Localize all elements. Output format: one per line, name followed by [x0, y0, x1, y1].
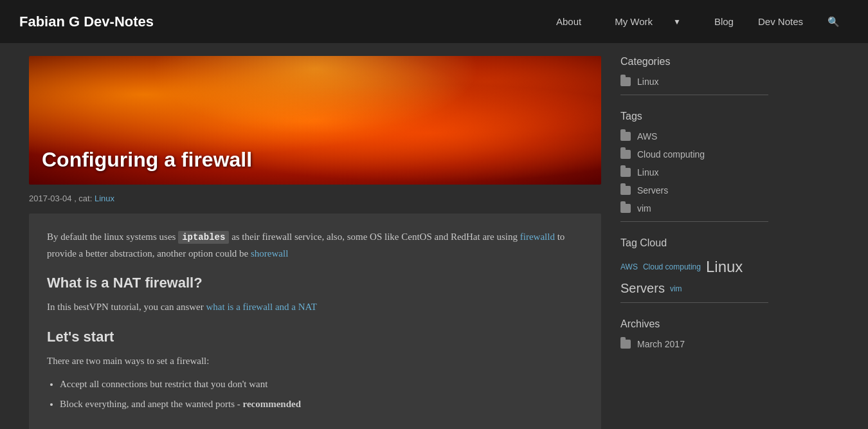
tag-linux-label: Linux	[637, 167, 658, 178]
sidebar-item-linux-tag[interactable]: Linux	[620, 167, 768, 178]
list-item-2: Block everything, and anept the wanted p…	[60, 396, 583, 413]
folder-icon-archive	[620, 340, 631, 349]
start-heading: Let's start	[47, 329, 583, 345]
tagcloud-title: Tag Cloud	[620, 237, 768, 249]
nat-text: In this bestVPN tutorial, you can answer	[47, 302, 206, 312]
recommended-text: recommended	[243, 399, 302, 409]
post-date: 2017-03-04	[29, 194, 72, 203]
archive-march-label: March 2017	[637, 339, 685, 349]
folder-icon-vim	[620, 204, 631, 213]
firewall-list: Accept all connections but restrict that…	[47, 376, 583, 413]
post-body: By default the linux systems uses iptabl…	[29, 214, 601, 429]
nav-mywork-label[interactable]: My Work	[606, 11, 662, 32]
tagcloud-cloud[interactable]: Cloud computing	[643, 262, 701, 271]
folder-icon-cloud	[620, 150, 631, 159]
list-item-1: Accept all connections but restrict that…	[60, 376, 583, 393]
sidebar-categories: Categories Linux	[620, 56, 768, 95]
nav-about[interactable]: About	[547, 11, 590, 32]
folder-icon-servers	[620, 186, 631, 195]
list-item-2-text: Block everything, and anept the wanted p…	[60, 399, 301, 409]
post-category-link[interactable]: Linux	[95, 194, 114, 203]
site-brand[interactable]: Fabian G Dev-Notes	[19, 14, 154, 30]
intro-text-2: as their firewall service, also, some OS…	[229, 232, 520, 242]
post-meta: 2017-03-04 , cat: Linux	[29, 185, 601, 214]
page-container: Configuring a firewall 2017-03-04 , cat:…	[16, 43, 852, 429]
sidebar-item-linux-cat[interactable]: Linux	[620, 77, 768, 87]
start-text: There are two main ways to set a firewal…	[47, 353, 583, 370]
tag-cloud-container: AWS Cloud computing Linux Servers vim	[620, 258, 768, 296]
tags-title: Tags	[620, 111, 768, 122]
nat-heading: What is a NAT firewall?	[47, 275, 583, 291]
intro-text-1: By default the linux systems uses	[47, 232, 178, 242]
tag-cloud-label: Cloud computing	[637, 149, 705, 160]
folder-icon-aws	[620, 132, 631, 141]
search-icon[interactable]: 🔍	[818, 11, 849, 33]
categories-title: Categories	[620, 56, 768, 68]
iptables-code: iptables	[178, 231, 229, 244]
hero-image: Configuring a firewall	[29, 56, 601, 185]
tagcloud-linux[interactable]: Linux	[706, 258, 743, 276]
chevron-down-icon[interactable]: ▼	[664, 12, 690, 32]
cat-linux-label: Linux	[637, 77, 658, 87]
navbar: Fabian G Dev-Notes About My Work ▼ Blog …	[0, 0, 868, 43]
archives-title: Archives	[620, 318, 768, 330]
divider-3	[620, 302, 768, 303]
hero-title: Configuring a firewall	[42, 148, 252, 172]
sidebar-tagcloud: Tag Cloud AWS Cloud computing Linux Serv…	[620, 237, 768, 303]
main-content: Configuring a firewall 2017-03-04 , cat:…	[29, 56, 601, 429]
tagcloud-aws[interactable]: AWS	[620, 262, 638, 271]
tag-servers-label: Servers	[637, 185, 668, 196]
sidebar-tags: Tags AWS Cloud computing Linux Servers v…	[620, 111, 768, 222]
firewalld-link[interactable]: firewalld	[520, 232, 555, 242]
intro-paragraph: By default the linux systems uses iptabl…	[47, 229, 583, 262]
nat-link[interactable]: what is a firewall and a NAT	[206, 302, 316, 312]
nav-links: About My Work ▼ Blog Dev Notes 🔍	[547, 6, 849, 37]
sidebar: Categories Linux Tags AWS Cloud computin…	[620, 56, 768, 429]
nav-mywork-dropdown[interactable]: My Work ▼	[597, 6, 699, 37]
sidebar-item-vim[interactable]: vim	[620, 203, 768, 214]
nat-paragraph: In this bestVPN tutorial, you can answer…	[47, 299, 583, 316]
tag-vim-label: vim	[637, 203, 651, 214]
shorewall-link[interactable]: shorewall	[251, 248, 288, 259]
folder-icon-linux	[620, 168, 631, 177]
divider-1	[620, 95, 768, 95]
nav-blog[interactable]: Blog	[705, 11, 743, 32]
post-cat-label: , cat:	[74, 194, 92, 203]
sidebar-item-cloud[interactable]: Cloud computing	[620, 149, 768, 160]
tagcloud-servers[interactable]: Servers	[620, 281, 665, 296]
sidebar-item-aws[interactable]: AWS	[620, 131, 768, 141]
nav-devnotes[interactable]: Dev Notes	[749, 11, 812, 32]
divider-2	[620, 221, 768, 222]
tag-aws-label: AWS	[637, 131, 657, 141]
folder-icon	[620, 77, 631, 86]
tagcloud-vim[interactable]: vim	[670, 284, 682, 293]
sidebar-archives: Archives March 2017	[620, 318, 768, 349]
sidebar-item-servers[interactable]: Servers	[620, 185, 768, 196]
sidebar-item-march[interactable]: March 2017	[620, 339, 768, 349]
